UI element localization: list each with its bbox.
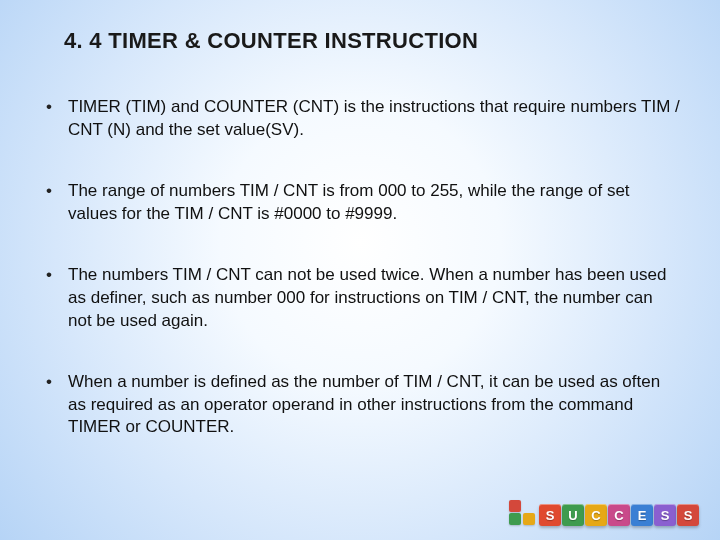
small-block-icon [509,500,521,512]
small-block-icon [523,513,535,525]
letter-block: C [585,504,607,526]
bullet-item: When a number is defined as the number o… [40,371,680,440]
letter-block-row: S U C C E S S [539,504,700,526]
letter-block: E [631,504,653,526]
small-block-icon [509,513,521,525]
letter-block: S [539,504,561,526]
bullet-item: TIMER (TIM) and COUNTER (CNT) is the ins… [40,96,680,142]
content-area: TIMER (TIM) and COUNTER (CNT) is the ins… [40,96,680,477]
letter-block: C [608,504,630,526]
letter-block: S [677,504,699,526]
bullet-list: TIMER (TIM) and COUNTER (CNT) is the ins… [40,96,680,439]
slide: 4. 4 TIMER & COUNTER INSTRUCTION TIMER (… [0,0,720,540]
bullet-item: The range of numbers TIM / CNT is from 0… [40,180,680,226]
letter-block: S [654,504,676,526]
bullet-item: The numbers TIM / CNT can not be used tw… [40,264,680,333]
letter-block: U [562,504,584,526]
decorative-block-stack [508,500,536,526]
slide-title: 4. 4 TIMER & COUNTER INSTRUCTION [64,28,478,54]
success-blocks-graphic: S U C C E S S [508,468,700,526]
